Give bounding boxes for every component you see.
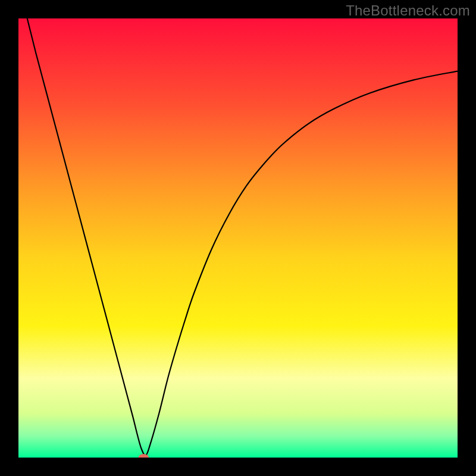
gradient-background [18,18,458,458]
chart-frame: TheBottleneck.com [0,0,476,476]
plot-area [18,18,458,458]
plot-svg [18,18,458,458]
watermark-text: TheBottleneck.com [346,2,470,19]
